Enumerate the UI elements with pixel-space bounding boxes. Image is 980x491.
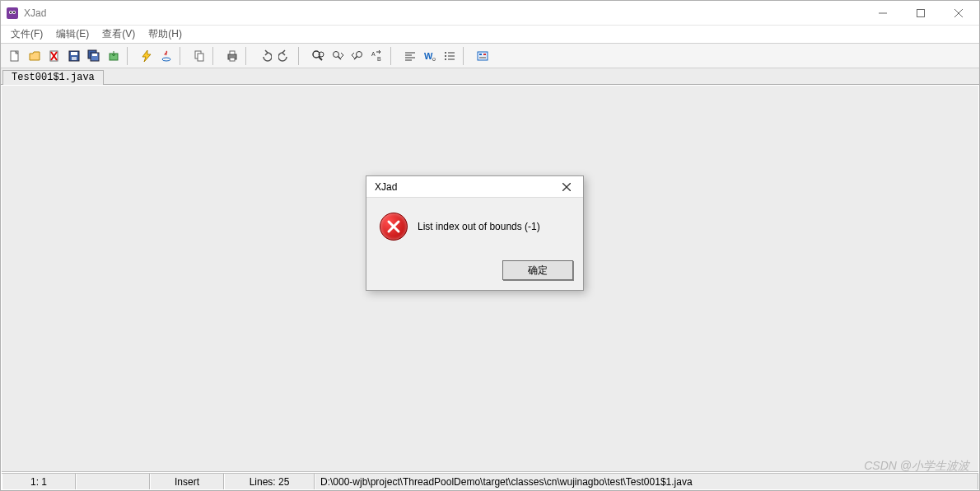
lightning-icon[interactable]	[138, 47, 156, 65]
list-icon[interactable]	[441, 47, 459, 65]
svg-point-30	[334, 51, 339, 57]
tab-strip: Test001$1.java	[1, 68, 979, 85]
toolbar-separator	[180, 47, 186, 65]
svg-rect-48	[478, 52, 488, 60]
find-icon[interactable]	[309, 47, 327, 65]
svg-point-46	[445, 58, 446, 60]
new-file-icon[interactable]	[6, 47, 24, 65]
dialog-message: List index out of bounds (-1)	[418, 221, 540, 232]
svg-rect-23	[198, 54, 203, 61]
maximize-button[interactable]	[902, 1, 940, 25]
menu-edit[interactable]: 编辑(E)	[49, 26, 96, 43]
error-dialog: XJad List index out of bounds (-1) 确定	[366, 175, 584, 291]
svg-rect-26	[230, 58, 235, 61]
dialog-ok-button[interactable]: 确定	[502, 260, 573, 280]
print-icon[interactable]	[223, 47, 241, 65]
svg-text:A: A	[371, 51, 376, 57]
svg-point-44	[445, 55, 446, 57]
svg-rect-14	[71, 52, 77, 55]
menu-bar: 文件(F) 编辑(E) 查看(V) 帮助(H)	[1, 26, 979, 44]
dialog-title-bar[interactable]: XJad	[366, 176, 583, 198]
replace-icon[interactable]: AB	[368, 47, 386, 65]
undo-icon[interactable]	[256, 47, 274, 65]
close-button[interactable]	[940, 1, 978, 25]
find-prev-icon[interactable]	[348, 47, 366, 65]
status-mode: Insert	[150, 474, 224, 489]
toolbar-separator	[298, 47, 305, 65]
copy-icon[interactable]	[190, 47, 208, 65]
svg-rect-49	[479, 54, 482, 55]
status-bar: 1: 1 Insert Lines: 25 D:\000-wjb\project…	[2, 473, 978, 489]
dialog-title: XJad	[375, 181, 397, 193]
status-position: 1: 1	[2, 474, 76, 489]
window-controls	[864, 1, 978, 25]
error-icon	[380, 213, 408, 241]
toolbar-separator	[390, 47, 397, 65]
svg-point-3	[10, 12, 12, 13]
svg-rect-15	[72, 57, 77, 60]
dialog-close-button[interactable]	[553, 179, 580, 195]
toolbar: AB Wo	[1, 44, 979, 68]
status-blank	[76, 474, 150, 489]
redo-icon[interactable]	[276, 47, 294, 65]
svg-rect-51	[479, 57, 486, 58]
svg-point-42	[445, 52, 446, 54]
open-file-icon[interactable]	[26, 47, 44, 65]
status-lines: Lines: 25	[224, 474, 315, 489]
svg-rect-6	[917, 9, 925, 16]
svg-rect-18	[92, 54, 97, 56]
tab-active[interactable]: Test001$1.java	[2, 70, 104, 85]
wrap-icon[interactable]: Wo	[421, 47, 439, 65]
title-bar: XJad	[1, 1, 979, 26]
svg-line-28	[319, 57, 322, 60]
toolbar-separator	[212, 47, 219, 65]
dialog-body: List index out of bounds (-1)	[366, 198, 583, 255]
find-next-icon[interactable]	[329, 47, 347, 65]
svg-marker-20	[142, 50, 151, 62]
save-all-icon[interactable]	[85, 47, 103, 65]
svg-rect-0	[7, 7, 18, 19]
svg-point-32	[357, 51, 362, 57]
java-icon[interactable]	[157, 47, 175, 65]
svg-point-4	[13, 12, 15, 13]
menu-view[interactable]: 查看(V)	[96, 26, 142, 43]
options-icon[interactable]	[474, 47, 492, 65]
svg-text:B: B	[377, 56, 381, 62]
delete-icon[interactable]	[45, 47, 63, 65]
toolbar-separator	[245, 47, 252, 65]
toolbar-separator	[463, 47, 469, 65]
dialog-button-row: 确定	[366, 255, 583, 290]
toolbar-separator	[127, 47, 133, 65]
svg-rect-50	[483, 54, 486, 55]
minimize-button[interactable]	[864, 1, 902, 25]
svg-rect-25	[230, 51, 235, 54]
export-icon[interactable]	[105, 47, 123, 65]
align-left-icon[interactable]	[401, 47, 419, 65]
save-icon[interactable]	[65, 47, 83, 65]
svg-text:o: o	[432, 56, 436, 62]
svg-line-33	[354, 56, 357, 59]
menu-help[interactable]: 帮助(H)	[142, 26, 189, 43]
menu-file[interactable]: 文件(F)	[4, 26, 49, 43]
app-icon	[6, 7, 19, 20]
svg-point-21	[162, 58, 170, 61]
status-path: D:\000-wjb\project\ThreadPoolDemo\target…	[315, 474, 978, 489]
window-title: XJad	[24, 7, 46, 19]
svg-line-31	[338, 56, 342, 59]
